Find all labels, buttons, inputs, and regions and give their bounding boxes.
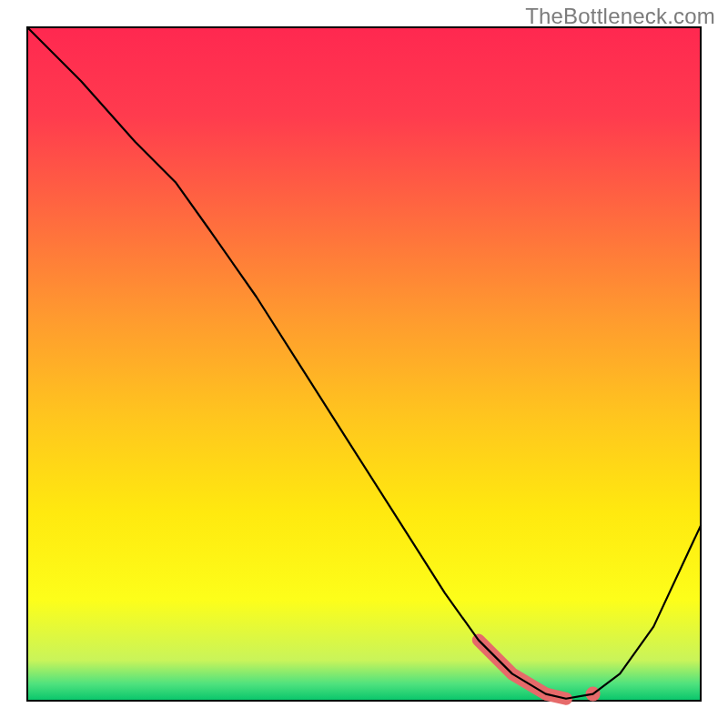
chart-svg — [0, 0, 728, 728]
chart-root: TheBottleneck.com — [0, 0, 728, 728]
gradient-background — [27, 27, 701, 701]
